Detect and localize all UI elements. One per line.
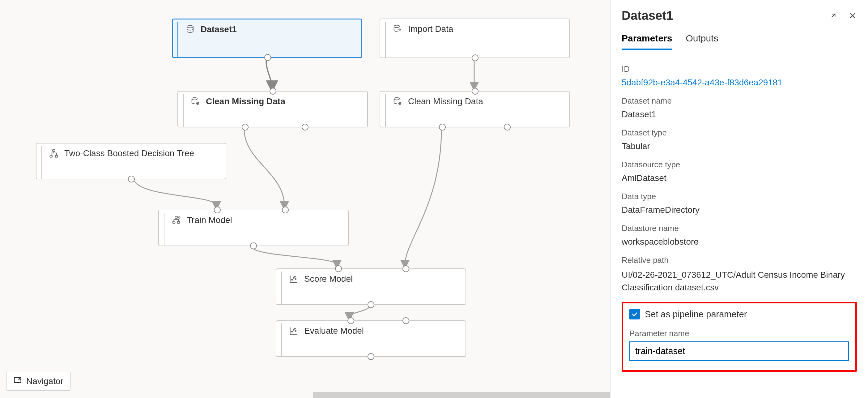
input-port[interactable]: [472, 88, 478, 95]
output-port[interactable]: [128, 176, 135, 182]
node-two-class-boosted[interactable]: Two-Class Boosted Decision Tree: [36, 143, 226, 179]
navigator-button[interactable]: Navigator: [6, 372, 70, 391]
label-dataset-type: Dataset type: [622, 128, 857, 137]
node-stripe: [159, 213, 164, 246]
svg-point-14: [293, 277, 294, 279]
pipeline-parameter-section: Set as pipeline parameter Parameter name: [622, 302, 857, 372]
app-root: Dataset1 Import Data Clean Missing Dat: [0, 0, 868, 398]
node-stripe: [179, 94, 184, 127]
tab-parameters[interactable]: Parameters: [622, 33, 672, 50]
input-port-2[interactable]: [402, 265, 409, 272]
node-clean-missing-right[interactable]: Clean Missing Data: [380, 91, 570, 127]
svg-point-19: [295, 330, 297, 332]
panel-fields: ID 5dabf92b-e3a4-4542-a43e-f83d6ea29181 …: [622, 58, 857, 294]
value-id[interactable]: 5dabf92b-e3a4-4542-a43e-f83d6ea29181: [622, 78, 857, 88]
output-port-1[interactable]: [242, 124, 249, 130]
svg-point-12: [179, 217, 180, 218]
node-clean-missing-left[interactable]: Clean Missing Data: [178, 91, 368, 127]
scatter-icon: [289, 326, 299, 336]
value-data-type: DataFrameDirectory: [622, 205, 857, 215]
input-port-1[interactable]: [335, 265, 342, 272]
set-pipeline-parameter-row[interactable]: Set as pipeline parameter: [629, 309, 849, 319]
input-port-1[interactable]: [214, 207, 221, 213]
svg-point-17: [291, 331, 293, 332]
horizontal-scrollbar[interactable]: [313, 392, 610, 398]
value-dataset-name: Dataset1: [622, 110, 857, 119]
database-icon: [185, 24, 195, 34]
node-stripe: [277, 324, 282, 356]
set-pipeline-parameter-label: Set as pipeline parameter: [645, 309, 747, 319]
node-import-data[interactable]: Import Data: [380, 19, 570, 58]
navigator-label: Navigator: [26, 376, 63, 386]
label-relative-path: Relative path: [622, 255, 857, 265]
panel-tabs: Parameters Outputs: [622, 33, 857, 50]
node-label: Score Model: [304, 274, 353, 284]
input-port-2[interactable]: [282, 207, 289, 213]
close-icon[interactable]: [848, 11, 857, 20]
pipeline-canvas[interactable]: Dataset1 Import Data Clean Missing Dat: [0, 0, 610, 398]
expand-icon[interactable]: [829, 11, 838, 20]
node-label: Dataset1: [200, 24, 237, 34]
label-data-type: Data type: [622, 192, 857, 201]
label-dataset-name: Dataset name: [622, 96, 857, 106]
label-datasource-type: Datasource type: [622, 160, 857, 170]
svg-rect-11: [178, 221, 180, 223]
node-label: Clean Missing Data: [408, 96, 483, 106]
value-relative-path: UI/02-26-2021_073612_UTC/Adult Census In…: [622, 269, 857, 294]
train-icon: [171, 215, 181, 225]
clean-data-icon: [393, 96, 402, 106]
input-port-1[interactable]: [347, 317, 354, 324]
value-datasource-type: AmlDataset: [622, 173, 857, 183]
svg-rect-8: [55, 155, 58, 157]
panel-header: Dataset1: [622, 9, 857, 23]
svg-point-13: [291, 279, 293, 280]
set-pipeline-parameter-checkbox[interactable]: [629, 309, 640, 319]
output-port[interactable]: [368, 301, 374, 308]
tab-outputs[interactable]: Outputs: [686, 33, 718, 50]
scatter-icon: [289, 274, 299, 284]
panel-title: Dataset1: [622, 9, 673, 23]
node-stripe: [277, 272, 282, 304]
svg-point-4: [394, 98, 400, 100]
svg-point-1: [394, 25, 400, 28]
svg-rect-6: [53, 150, 55, 152]
node-evaluate-model[interactable]: Evaluate Model: [276, 320, 466, 357]
node-dataset1[interactable]: Dataset1: [172, 19, 362, 58]
output-port[interactable]: [250, 242, 257, 249]
node-train-model[interactable]: Train Model: [158, 210, 349, 246]
svg-point-0: [187, 26, 193, 28]
input-port[interactable]: [270, 88, 276, 95]
output-port-2[interactable]: [302, 124, 309, 130]
parameter-name-input[interactable]: [629, 341, 849, 361]
output-port[interactable]: [472, 55, 478, 61]
node-label: Two-Class Boosted Decision Tree: [64, 148, 194, 158]
node-stripe: [381, 22, 386, 58]
output-port[interactable]: [368, 353, 374, 360]
svg-point-18: [293, 329, 294, 331]
clean-data-icon: [190, 96, 200, 106]
svg-point-15: [295, 278, 297, 280]
import-icon: [393, 24, 402, 34]
details-panel: Dataset1 Parameters Outputs ID 5dabf92b-…: [610, 0, 868, 398]
svg-point-16: [294, 276, 296, 277]
node-score-model[interactable]: Score Model: [276, 269, 466, 305]
input-port-2[interactable]: [402, 317, 409, 324]
label-id: ID: [622, 64, 857, 74]
node-label: Train Model: [187, 215, 232, 225]
svg-rect-7: [50, 155, 53, 157]
label-datastore-name: Datastore name: [622, 223, 857, 233]
output-port[interactable]: [264, 54, 271, 61]
output-port-2[interactable]: [504, 124, 511, 130]
value-datastore-name: workspaceblobstore: [622, 237, 857, 247]
svg-rect-9: [175, 216, 178, 218]
tree-icon: [49, 148, 59, 158]
output-port-1[interactable]: [439, 124, 446, 130]
svg-point-2: [192, 98, 197, 100]
node-stripe: [381, 94, 386, 127]
node-stripe: [37, 146, 42, 179]
node-label: Clean Missing Data: [206, 96, 285, 106]
parameter-name-label: Parameter name: [629, 329, 849, 338]
node-label: Import Data: [408, 24, 453, 34]
node-label: Evaluate Model: [304, 326, 364, 336]
value-dataset-type: Tabular: [622, 141, 857, 151]
